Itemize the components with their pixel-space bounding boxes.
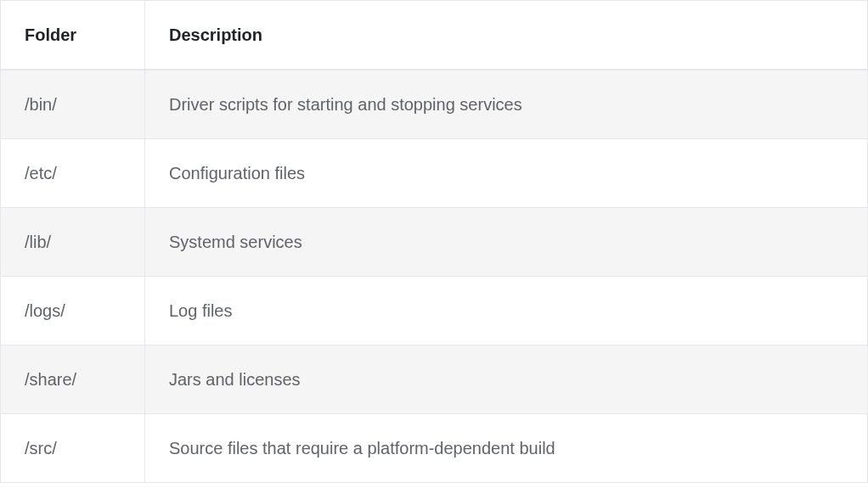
table-row: /etc/ Configuration files [1, 139, 868, 208]
cell-folder: /share/ [1, 345, 145, 414]
cell-description: Jars and licenses [145, 345, 868, 414]
cell-folder: /bin/ [1, 70, 145, 139]
table-row: /share/ Jars and licenses [1, 345, 868, 414]
table-header-row: Folder Description [1, 1, 868, 70]
cell-description: Driver scripts for starting and stopping… [145, 70, 868, 139]
cell-description: Systemd services [145, 208, 868, 277]
table-row: /lib/ Systemd services [1, 208, 868, 277]
cell-description: Log files [145, 277, 868, 345]
table-row: /bin/ Driver scripts for starting and st… [1, 70, 868, 139]
cell-folder: /src/ [1, 414, 145, 483]
cell-folder: /lib/ [1, 208, 145, 277]
cell-description: Source files that require a platform-dep… [145, 414, 868, 483]
cell-description: Configuration files [145, 139, 868, 208]
table-row: /src/ Source files that require a platfo… [1, 414, 868, 483]
header-description: Description [145, 1, 868, 70]
cell-folder: /etc/ [1, 139, 145, 208]
header-folder: Folder [1, 1, 145, 70]
cell-folder: /logs/ [1, 277, 145, 345]
folder-description-table: Folder Description /bin/ Driver scripts … [0, 0, 868, 483]
table-row: /logs/ Log files [1, 277, 868, 345]
